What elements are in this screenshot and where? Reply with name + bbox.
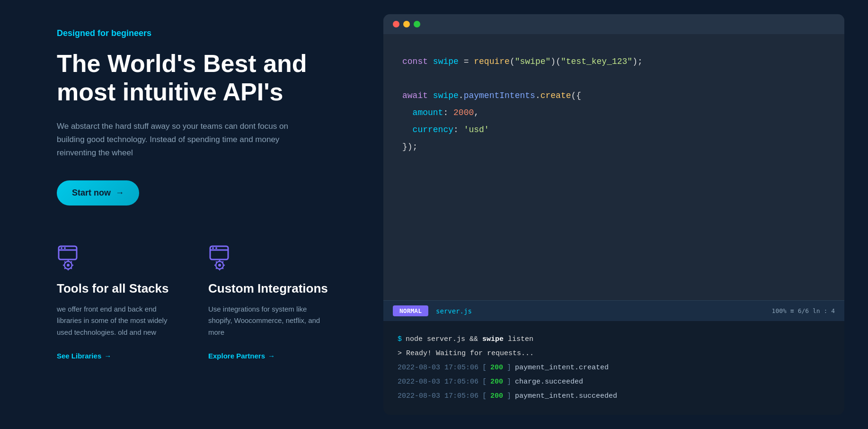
terminal-mode-badge: NORMAL bbox=[393, 305, 428, 316]
feature-card-tools: Tools for all Stacks we offer front end … bbox=[57, 243, 180, 360]
svg-line-25 bbox=[222, 268, 223, 268]
code-line-1: const swipe = require("swipe")("test_key… bbox=[402, 53, 825, 70]
svg-line-12 bbox=[65, 268, 65, 268]
hero-title: The World's Best and most intuitive API'… bbox=[57, 50, 331, 107]
tools-icon bbox=[57, 243, 85, 272]
integrations-icon bbox=[208, 243, 237, 272]
feature-desc-tools: we offer front end and back end librarie… bbox=[57, 304, 180, 339]
left-panel: Designed for begineers The World's Best … bbox=[0, 0, 369, 429]
tagline: Designed for begineers bbox=[57, 28, 331, 38]
terminal-line-log-1: 2022-08-03 17:05:06 [200] payment_intent… bbox=[398, 361, 830, 375]
maximize-dot bbox=[414, 21, 420, 27]
editor-body: const swipe = require("swipe")("test_key… bbox=[383, 34, 844, 174]
hero-description: We abstarct the hard stuff away so your … bbox=[57, 120, 312, 160]
svg-line-13 bbox=[71, 262, 71, 262]
terminal-meta: 100% ≡ 6/6 ln : 4 bbox=[772, 307, 835, 314]
svg-line-11 bbox=[71, 268, 71, 268]
terminal-line-command: $ node server.js && swipe listen bbox=[398, 332, 830, 347]
terminal-line-log-2: 2022-08-03 17:05:06 [200] charge.succeed… bbox=[398, 375, 830, 389]
terminal-filename: server.js bbox=[436, 307, 772, 315]
page-wrapper: Designed for begineers The World's Best … bbox=[0, 0, 868, 429]
terminal-bar: NORMAL server.js 100% ≡ 6/6 ln : 4 bbox=[383, 300, 844, 321]
terminal-output: $ node server.js && swipe listen > Ready… bbox=[383, 321, 844, 415]
svg-line-27 bbox=[222, 262, 223, 262]
svg-point-2 bbox=[61, 247, 62, 249]
right-panel: const swipe = require("swipe")("test_key… bbox=[369, 0, 868, 429]
svg-line-26 bbox=[216, 268, 217, 268]
terminal-line-log-3: 2022-08-03 17:05:06 [200] payment_intent… bbox=[398, 389, 830, 403]
svg-point-16 bbox=[212, 247, 214, 249]
svg-line-10 bbox=[65, 262, 65, 262]
code-line-5: currency: 'usd' bbox=[402, 121, 825, 138]
terminal-line-ready: > Ready! Waiting for requests... bbox=[398, 347, 830, 361]
code-line-6: }); bbox=[402, 138, 825, 155]
code-line-3: await swipe.paymentIntents.create({ bbox=[402, 87, 825, 104]
feature-desc-integrations: Use integrations for system like shopify… bbox=[208, 304, 331, 339]
explore-partners-link[interactable]: Explore Partners → bbox=[208, 352, 275, 360]
see-libraries-link[interactable]: See Libraries → bbox=[57, 352, 111, 360]
code-editor: const swipe = require("swipe")("test_key… bbox=[383, 14, 844, 300]
svg-point-5 bbox=[67, 264, 70, 267]
feature-card-integrations: Custom Integrations Use integrations for… bbox=[208, 243, 331, 360]
start-now-button[interactable]: Start now → bbox=[57, 180, 139, 206]
editor-titlebar bbox=[383, 14, 844, 34]
svg-point-19 bbox=[218, 264, 221, 267]
svg-point-17 bbox=[215, 247, 217, 249]
feature-title-integrations: Custom Integrations bbox=[208, 281, 331, 296]
close-dot bbox=[393, 21, 399, 27]
code-line-2 bbox=[402, 70, 825, 87]
code-line-4: amount: 2000, bbox=[402, 104, 825, 121]
svg-line-24 bbox=[216, 262, 217, 262]
features-row: Tools for all Stacks we offer front end … bbox=[57, 243, 331, 360]
minimize-dot bbox=[403, 21, 410, 27]
svg-point-3 bbox=[64, 247, 66, 249]
feature-title-tools: Tools for all Stacks bbox=[57, 281, 180, 296]
